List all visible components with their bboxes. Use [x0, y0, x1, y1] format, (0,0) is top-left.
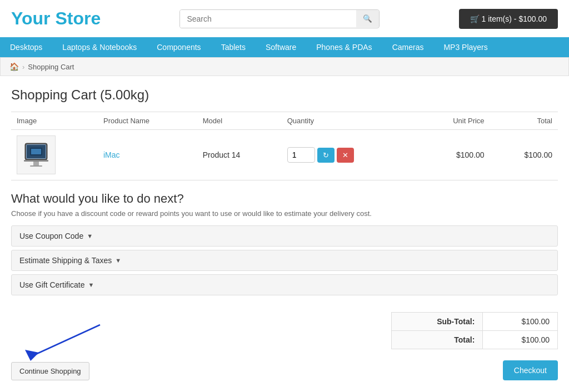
continue-shopping-button[interactable]: Continue Shopping: [11, 362, 89, 380]
col-image: Image: [11, 112, 98, 130]
nav-item-desktops[interactable]: Desktops: [0, 37, 52, 57]
quantity-wrap: ↻ ✕: [287, 147, 411, 163]
remove-icon: ✕: [342, 151, 348, 159]
svg-rect-3: [33, 162, 39, 165]
cart-table: Image Product Name Model Quantity Unit P…: [11, 112, 558, 180]
nav-item-phones[interactable]: Phones & PDAs: [306, 37, 382, 57]
breadcrumb-separator: ›: [22, 63, 24, 71]
product-link[interactable]: iMac: [103, 150, 120, 159]
search-input[interactable]: [180, 10, 356, 28]
col-product-name: Product Name: [98, 112, 197, 130]
nav-item-laptops[interactable]: Laptops & Notebooks: [52, 37, 147, 57]
quantity-refresh-button[interactable]: ↻: [317, 148, 335, 163]
gift-certificate-label: Use Gift Certificate: [19, 280, 84, 289]
nav-item-cameras[interactable]: Cameras: [382, 37, 434, 57]
page-title: Shopping Cart (5.00kg): [11, 87, 558, 103]
main-nav: Desktops Laptops & Notebooks Components …: [0, 37, 569, 57]
svg-rect-7: [31, 149, 41, 154]
col-total: Total: [490, 112, 558, 130]
refresh-icon: ↻: [323, 151, 329, 159]
shipping-caret-icon: ▼: [115, 257, 121, 264]
gift-certificate-accordion[interactable]: Use Gift Certificate ▼: [11, 274, 558, 295]
svg-marker-9: [25, 350, 39, 361]
col-quantity: Quantity: [282, 112, 417, 130]
next-section: What would you like to do next? Choose i…: [11, 192, 558, 295]
summary-section: Sub-Total: $100.00 Total: $100.00: [11, 312, 558, 349]
next-section-desc: Choose if you have a discount code or re…: [11, 209, 558, 218]
store-title: Your Store: [11, 8, 101, 29]
summary-table: Sub-Total: $100.00 Total: $100.00: [391, 312, 558, 349]
product-name-cell: iMac: [98, 130, 197, 180]
shipping-taxes-label: Estimate Shipping & Taxes: [19, 256, 112, 265]
coupon-caret-icon: ▼: [87, 233, 93, 239]
main-content: Shopping Cart (5.00kg) Image Product Nam…: [0, 76, 569, 392]
next-section-title: What would you like to do next?: [11, 192, 558, 206]
subtotal-row: Sub-Total: $100.00: [392, 313, 558, 331]
quantity-cell: ↻ ✕: [282, 130, 417, 180]
subtotal-value: $100.00: [483, 313, 558, 331]
nav-item-mp3[interactable]: MP3 Players: [433, 37, 497, 57]
total-row: Total: $100.00: [392, 331, 558, 349]
cart-label: 1 item(s) - $100.00: [482, 14, 547, 23]
model-cell: Product 14: [197, 130, 282, 180]
cart-button[interactable]: 🛒 1 item(s) - $100.00: [459, 9, 558, 29]
quantity-input[interactable]: [287, 147, 315, 163]
imac-icon: [22, 141, 50, 169]
product-image-cell: [11, 130, 98, 180]
subtotal-label: Sub-Total:: [392, 313, 483, 331]
nav-item-components[interactable]: Components: [147, 37, 211, 57]
search-bar: 🔍: [179, 9, 380, 28]
nav-item-software[interactable]: Software: [256, 37, 306, 57]
shipping-taxes-accordion[interactable]: Estimate Shipping & Taxes ▼: [11, 250, 558, 271]
coupon-code-label: Use Coupon Code: [19, 232, 83, 240]
gift-caret-icon: ▼: [88, 282, 94, 288]
checkout-button[interactable]: Checkout: [503, 360, 558, 380]
search-button[interactable]: 🔍: [356, 10, 379, 27]
svg-rect-2: [24, 160, 48, 162]
breadcrumb-current: Shopping Cart: [28, 63, 74, 71]
table-row: iMac Product 14 ↻ ✕ $100.00 $100.0: [11, 130, 558, 180]
col-model: Model: [197, 112, 282, 130]
col-unit-price: Unit Price: [416, 112, 490, 130]
total-label: Total:: [392, 331, 483, 349]
header: Your Store 🔍 🛒 1 item(s) - $100.00: [0, 0, 569, 37]
bottom-bar: Continue Shopping Checkout: [11, 360, 558, 391]
product-image: [17, 135, 56, 174]
unit-price-cell: $100.00: [416, 130, 490, 180]
cart-icon: 🛒: [470, 14, 482, 23]
svg-rect-4: [30, 165, 42, 167]
coupon-code-accordion[interactable]: Use Coupon Code ▼: [11, 225, 558, 247]
continue-shopping-area: Continue Shopping: [11, 362, 89, 380]
breadcrumb: 🏠 › Shopping Cart: [0, 57, 569, 76]
quantity-remove-button[interactable]: ✕: [337, 148, 354, 163]
total-cell: $100.00: [490, 130, 558, 180]
total-value: $100.00: [483, 331, 558, 349]
home-icon[interactable]: 🏠: [9, 62, 19, 71]
search-icon: 🔍: [363, 14, 372, 23]
nav-item-tablets[interactable]: Tablets: [211, 37, 256, 57]
